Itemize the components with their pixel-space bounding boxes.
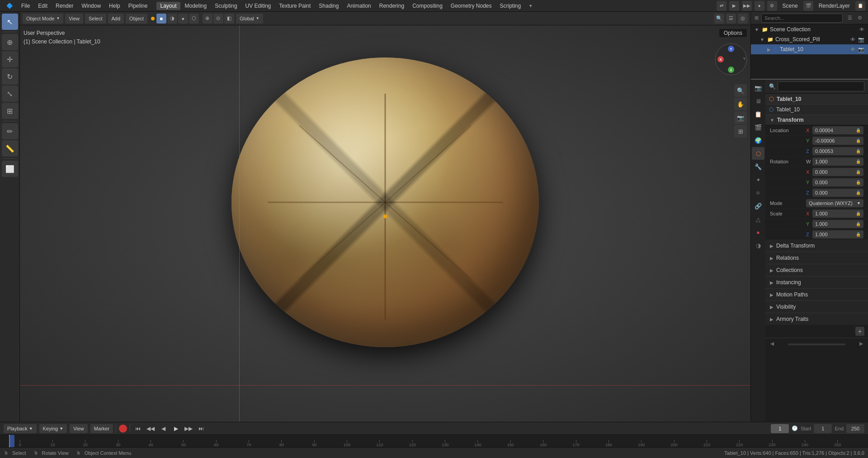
prop-shading-icon[interactable]: ◑ [752,239,764,252]
pan-btn[interactable]: ✋ [734,98,747,110]
proportional-icon[interactable]: ⊙ [213,14,223,24]
properties-search-input[interactable] [778,81,864,91]
workspace-uv-editing[interactable]: UV Editing [242,2,275,10]
object-menu-btn[interactable]: Object [126,14,147,24]
render-anim-icon[interactable]: ▶▶ [742,1,752,11]
scale-y-lock[interactable]: 🔒 [856,222,861,226]
options-button[interactable]: Options [719,29,747,37]
marker-btn[interactable]: Marker [90,424,113,433]
workspace-sculpting[interactable]: Sculpting [211,2,241,10]
outliner-item-scene-collection[interactable]: ▼ 📁 Scene Collection 👁 [751,24,868,34]
viewport[interactable]: Object Mode ▼ View Select Add Object ■ ◑… [20,12,750,422]
prev-frame-btn[interactable]: ◀◀ [146,424,156,434]
props-scrollbar[interactable] [788,344,845,345]
keying-btn[interactable]: Keying ▼ [39,424,67,433]
menu-edit[interactable]: Edit [34,2,51,10]
overlay-icon[interactable]: ◎ [738,14,748,24]
instancing-header[interactable]: ▶ Instancing [765,277,868,288]
transform-caret[interactable]: ▼ [770,118,774,123]
gizmo-x-left[interactable]: X [717,56,724,62]
prop-constraints-icon[interactable]: 🔗 [752,200,764,212]
location-z-lock[interactable]: 🔒 [856,149,861,153]
current-frame-display[interactable]: 1 [771,424,789,433]
armory-traits-header[interactable]: ▶ Armory Traits [765,313,868,325]
timeline-ruler[interactable]: 0 10 20 30 4 [0,435,868,447]
tablet-eye[interactable]: 👁 [850,47,855,52]
rotation-mode-select[interactable]: Quaternion (WXYZ) ▼ [806,199,863,207]
workspace-modeling[interactable]: Modeling [181,2,211,10]
location-y-value[interactable]: -0.00006 🔒 [812,137,863,145]
scale-z-value[interactable]: 1.000 🔒 [812,230,863,239]
render-icon[interactable]: ▶ [729,1,739,11]
pill-camera-icon[interactable]: 📷 [858,37,864,43]
prop-data-icon[interactable]: △ [752,213,764,225]
mirror-icon[interactable]: ◧ [224,14,234,24]
menu-render[interactable]: Render [52,2,77,10]
scale-tool[interactable]: ⤡ [2,86,18,102]
snap-icon[interactable]: ⊕ [203,14,212,24]
gizmo-y-up[interactable]: Y [728,46,734,52]
outliner-filter-icon[interactable]: ☰ [845,15,854,21]
location-y-lock[interactable]: 🔒 [856,138,861,143]
jump-start-btn[interactable]: ⏮ [133,424,143,434]
workspace-compositing[interactable]: Compositing [409,2,446,10]
scale-y-value[interactable]: 1.000 🔒 [812,220,863,228]
outliner-settings-icon[interactable]: ⚙ [855,15,864,21]
rotation-y-value[interactable]: 0.000 🔒 [812,178,863,186]
prop-scene-icon[interactable]: 🎬 [752,121,764,134]
measure-tool[interactable]: 📏 [2,140,18,157]
rotation-w-lock[interactable]: 🔒 [856,159,861,164]
view-btn-tl[interactable]: View [70,424,88,433]
gizmo-circle[interactable]: Y X Z Y [715,43,747,75]
visibility-header[interactable]: ▶ Visibility [765,301,868,313]
rotate-tool[interactable]: ↻ [2,68,18,85]
annotate-tool[interactable]: ✏ [2,123,18,139]
prop-output-icon[interactable]: 🖥 [752,95,764,107]
cursor-tool[interactable]: ⊕ [2,34,18,50]
rotation-x-lock[interactable]: 🔒 [856,170,861,174]
menu-pipeline[interactable]: Pipeline [125,2,151,10]
start-frame-input[interactable] [814,424,832,433]
move-tool[interactable]: ✛ [2,51,18,67]
prop-physics-icon[interactable]: ⚛ [752,186,764,199]
menu-window[interactable]: Window [78,2,104,10]
prop-modifier-icon[interactable]: 🔧 [752,160,764,173]
search-icon[interactable]: 🔍 [714,14,724,24]
workspace-rendering[interactable]: Rendering [376,2,408,10]
prop-view-layer-icon[interactable]: 📋 [752,108,764,120]
select-tool[interactable]: ↖ [2,14,18,30]
location-x-lock[interactable]: 🔒 [856,128,861,133]
add-menu-btn[interactable]: Add [108,14,124,24]
menu-help[interactable]: Help [105,2,124,10]
workspace-texture-paint[interactable]: Texture Paint [275,2,314,10]
scene-collection-eye[interactable]: 👁 [859,27,864,32]
delta-transform-header[interactable]: ▶ Delta Transform [765,240,868,252]
rotation-z-lock[interactable]: 🔒 [856,191,861,195]
workspace-layout[interactable]: Layout [156,2,180,10]
prop-material-icon[interactable]: ● [752,226,764,239]
tablet-camera-icon2[interactable]: 📷 [858,47,864,52]
play-btn[interactable]: ▶ [171,424,181,434]
zoom-in-btn[interactable]: 🔍 [734,84,747,97]
select-menu-btn[interactable]: Select [85,14,106,24]
location-z-value[interactable]: 0.00053 🔒 [812,147,863,155]
gizmo-z-down[interactable]: Z [728,67,734,73]
menu-file[interactable]: File [18,2,33,10]
armory-traits-add-btn[interactable]: + [855,327,864,336]
vp-solid-icon[interactable]: ■ [156,14,166,24]
next-keyframe-btn[interactable]: ▶▶ [184,424,193,434]
scene-icon[interactable]: 🎬 [803,1,813,11]
scale-x-lock[interactable]: 🔒 [856,211,861,216]
outliner-item-cross-scored-pill[interactable]: ▼ 📁 Cross_Scored_Pill 👁 📷 [751,34,868,44]
vp-wire-icon[interactable]: ⬡ [189,14,199,24]
rotation-z-value[interactable]: 0.000 🔒 [812,189,863,197]
outliner-item-tablet10[interactable]: ▶ ⬡ Tablet_10 👁 📷 [751,44,868,54]
pill-eye[interactable]: 👁 [850,37,855,42]
motion-paths-header[interactable]: ▶ Motion Paths [765,289,868,301]
outliner-search[interactable] [761,14,843,23]
view-layer-icon[interactable]: 📋 [855,1,865,11]
rotation-y-lock[interactable]: 🔒 [856,180,861,185]
prop-object-icon[interactable]: ⬡ [752,147,764,160]
filter-icon[interactable]: ☰ [726,14,736,24]
rotation-w-value[interactable]: 1.000 🔒 [812,157,863,166]
